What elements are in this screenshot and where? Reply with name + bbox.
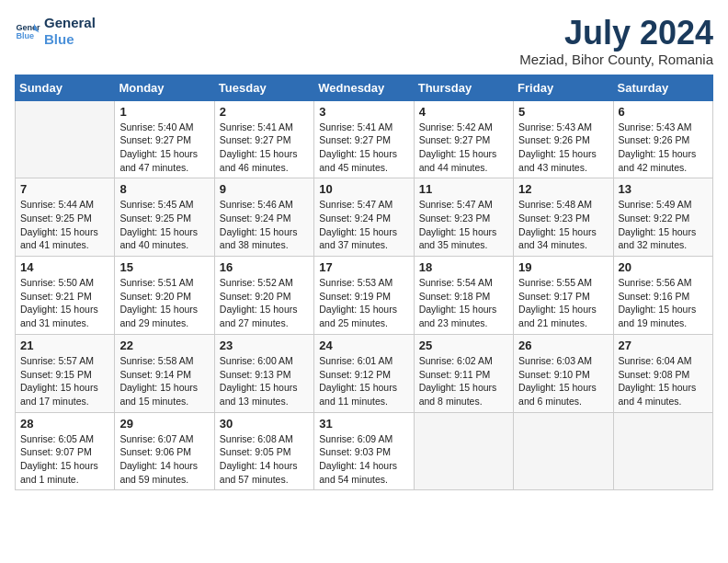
calendar-cell (414, 412, 513, 490)
cell-content: Sunrise: 5:54 AM Sunset: 9:18 PM Dayligh… (419, 276, 508, 330)
day-number: 26 (518, 339, 608, 352)
logo-text-line2: Blue (44, 31, 96, 48)
calendar-cell: 24Sunrise: 6:01 AM Sunset: 9:12 PM Dayli… (314, 334, 414, 412)
calendar-cell: 9Sunrise: 5:46 AM Sunset: 9:24 PM Daylig… (214, 178, 313, 257)
day-number: 13 (619, 182, 708, 196)
day-number: 12 (518, 182, 608, 196)
calendar-cell: 22Sunrise: 5:58 AM Sunset: 9:14 PM Dayli… (115, 334, 214, 412)
title-area: July 2024 Meziad, Bihor County, Romania (519, 15, 713, 67)
day-number: 23 (220, 339, 309, 352)
calendar-cell: 16Sunrise: 5:52 AM Sunset: 9:20 PM Dayli… (214, 257, 313, 335)
calendar-cell: 20Sunrise: 5:56 AM Sunset: 9:16 PM Dayli… (613, 257, 712, 335)
cell-content: Sunrise: 5:57 AM Sunset: 9:15 PM Dayligh… (20, 354, 109, 408)
day-number: 16 (220, 260, 309, 274)
calendar-cell: 5Sunrise: 5:43 AM Sunset: 9:26 PM Daylig… (514, 100, 613, 178)
logo: General Blue General Blue (15, 15, 96, 48)
day-number: 27 (619, 339, 708, 352)
day-number: 3 (319, 105, 408, 119)
calendar-cell: 15Sunrise: 5:51 AM Sunset: 9:20 PM Dayli… (115, 257, 214, 335)
cell-content: Sunrise: 5:58 AM Sunset: 9:14 PM Dayligh… (119, 354, 209, 408)
cell-content: Sunrise: 6:09 AM Sunset: 9:03 PM Dayligh… (319, 432, 408, 487)
column-header-saturday: Saturday (613, 75, 712, 100)
day-number: 11 (419, 182, 508, 196)
cell-content: Sunrise: 6:05 AM Sunset: 9:07 PM Dayligh… (20, 432, 109, 487)
day-number: 31 (319, 417, 408, 431)
calendar-table: SundayMondayTuesdayWednesdayThursdayFrid… (15, 75, 713, 491)
cell-content: Sunrise: 5:45 AM Sunset: 9:25 PM Dayligh… (119, 198, 209, 252)
calendar-week-2: 7Sunrise: 5:44 AM Sunset: 9:25 PM Daylig… (16, 178, 713, 257)
column-header-friday: Friday (514, 75, 613, 100)
column-header-sunday: Sunday (16, 75, 115, 100)
cell-content: Sunrise: 5:47 AM Sunset: 9:23 PM Dayligh… (419, 198, 508, 252)
calendar-cell: 18Sunrise: 5:54 AM Sunset: 9:18 PM Dayli… (414, 257, 513, 335)
cell-content: Sunrise: 6:04 AM Sunset: 9:08 PM Dayligh… (619, 354, 708, 408)
calendar-cell: 19Sunrise: 5:55 AM Sunset: 9:17 PM Dayli… (514, 257, 613, 335)
calendar-cell: 31Sunrise: 6:09 AM Sunset: 9:03 PM Dayli… (314, 412, 414, 490)
cell-content: Sunrise: 5:41 AM Sunset: 9:27 PM Dayligh… (220, 121, 309, 175)
calendar-cell: 7Sunrise: 5:44 AM Sunset: 9:25 PM Daylig… (16, 178, 115, 257)
calendar-cell: 1Sunrise: 5:40 AM Sunset: 9:27 PM Daylig… (115, 100, 214, 178)
calendar-cell: 14Sunrise: 5:50 AM Sunset: 9:21 PM Dayli… (16, 257, 115, 335)
column-header-wednesday: Wednesday (314, 75, 414, 100)
calendar-cell: 6Sunrise: 5:43 AM Sunset: 9:26 PM Daylig… (613, 100, 712, 178)
calendar-week-4: 21Sunrise: 5:57 AM Sunset: 9:15 PM Dayli… (16, 334, 713, 412)
svg-text:Blue: Blue (16, 31, 34, 40)
day-number: 2 (220, 105, 309, 119)
calendar-cell: 23Sunrise: 6:00 AM Sunset: 9:13 PM Dayli… (214, 334, 313, 412)
cell-content: Sunrise: 5:40 AM Sunset: 9:27 PM Dayligh… (119, 121, 209, 175)
cell-content: Sunrise: 5:48 AM Sunset: 9:23 PM Dayligh… (518, 198, 608, 252)
day-number: 25 (419, 339, 508, 352)
day-number: 1 (119, 105, 209, 119)
cell-content: Sunrise: 5:42 AM Sunset: 9:27 PM Dayligh… (419, 121, 508, 175)
calendar-week-1: 1Sunrise: 5:40 AM Sunset: 9:27 PM Daylig… (16, 100, 713, 178)
calendar-cell: 12Sunrise: 5:48 AM Sunset: 9:23 PM Dayli… (514, 178, 613, 257)
day-number: 5 (518, 105, 608, 119)
cell-content: Sunrise: 5:55 AM Sunset: 9:17 PM Dayligh… (518, 276, 608, 330)
cell-content: Sunrise: 5:53 AM Sunset: 9:19 PM Dayligh… (319, 276, 408, 330)
day-number: 18 (419, 260, 508, 274)
cell-content: Sunrise: 5:49 AM Sunset: 9:22 PM Dayligh… (619, 198, 708, 252)
cell-content: Sunrise: 5:56 AM Sunset: 9:16 PM Dayligh… (619, 276, 708, 330)
day-number: 28 (20, 417, 109, 431)
location-subtitle: Meziad, Bihor County, Romania (519, 52, 713, 67)
calendar-week-5: 28Sunrise: 6:05 AM Sunset: 9:07 PM Dayli… (16, 412, 713, 490)
column-header-thursday: Thursday (414, 75, 513, 100)
day-number: 9 (220, 182, 309, 196)
calendar-cell: 30Sunrise: 6:08 AM Sunset: 9:05 PM Dayli… (214, 412, 313, 490)
cell-content: Sunrise: 5:43 AM Sunset: 9:26 PM Dayligh… (518, 121, 608, 175)
day-number: 30 (220, 417, 309, 431)
cell-content: Sunrise: 5:43 AM Sunset: 9:26 PM Dayligh… (619, 121, 708, 175)
calendar-cell: 13Sunrise: 5:49 AM Sunset: 9:22 PM Dayli… (613, 178, 712, 257)
day-number: 14 (20, 260, 109, 274)
day-number: 24 (319, 339, 408, 352)
calendar-cell: 11Sunrise: 5:47 AM Sunset: 9:23 PM Dayli… (414, 178, 513, 257)
calendar-cell: 2Sunrise: 5:41 AM Sunset: 9:27 PM Daylig… (214, 100, 313, 178)
logo-icon: General Blue (15, 18, 40, 44)
cell-content: Sunrise: 5:51 AM Sunset: 9:20 PM Dayligh… (119, 276, 209, 330)
column-header-tuesday: Tuesday (214, 75, 313, 100)
day-number: 15 (119, 260, 209, 274)
calendar-cell: 17Sunrise: 5:53 AM Sunset: 9:19 PM Dayli… (314, 257, 414, 335)
calendar-week-3: 14Sunrise: 5:50 AM Sunset: 9:21 PM Dayli… (16, 257, 713, 335)
calendar-header-row: SundayMondayTuesdayWednesdayThursdayFrid… (16, 75, 713, 100)
calendar-cell: 4Sunrise: 5:42 AM Sunset: 9:27 PM Daylig… (414, 100, 513, 178)
cell-content: Sunrise: 6:03 AM Sunset: 9:10 PM Dayligh… (518, 354, 608, 408)
cell-content: Sunrise: 5:52 AM Sunset: 9:20 PM Dayligh… (220, 276, 309, 330)
cell-content: Sunrise: 5:46 AM Sunset: 9:24 PM Dayligh… (220, 198, 309, 252)
calendar-cell: 29Sunrise: 6:07 AM Sunset: 9:06 PM Dayli… (115, 412, 214, 490)
cell-content: Sunrise: 5:50 AM Sunset: 9:21 PM Dayligh… (20, 276, 109, 330)
calendar-cell: 27Sunrise: 6:04 AM Sunset: 9:08 PM Dayli… (613, 334, 712, 412)
cell-content: Sunrise: 6:01 AM Sunset: 9:12 PM Dayligh… (319, 354, 408, 408)
day-number: 21 (20, 339, 109, 352)
calendar-cell: 3Sunrise: 5:41 AM Sunset: 9:27 PM Daylig… (314, 100, 414, 178)
logo-text-line1: General (44, 15, 96, 31)
cell-content: Sunrise: 5:41 AM Sunset: 9:27 PM Dayligh… (319, 121, 408, 175)
calendar-cell: 25Sunrise: 6:02 AM Sunset: 9:11 PM Dayli… (414, 334, 513, 412)
cell-content: Sunrise: 5:47 AM Sunset: 9:24 PM Dayligh… (319, 198, 408, 252)
day-number: 10 (319, 182, 408, 196)
calendar-cell (514, 412, 613, 490)
calendar-cell: 8Sunrise: 5:45 AM Sunset: 9:25 PM Daylig… (115, 178, 214, 257)
day-number: 17 (319, 260, 408, 274)
day-number: 22 (119, 339, 209, 352)
cell-content: Sunrise: 5:44 AM Sunset: 9:25 PM Dayligh… (20, 198, 109, 252)
